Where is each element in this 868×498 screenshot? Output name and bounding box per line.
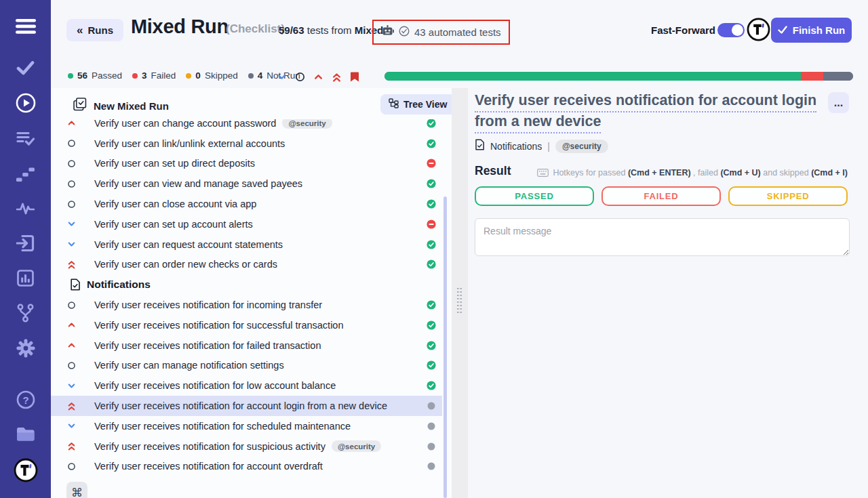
result-message-input[interactable] xyxy=(475,218,850,256)
priority-normal-icon xyxy=(67,301,76,310)
test-item-row[interactable]: Verify user receives notification for ac… xyxy=(51,457,442,477)
testomat-logo-icon[interactable] xyxy=(0,458,51,482)
test-detail-meta: Notifications | @security xyxy=(475,139,608,153)
priority-low-icon xyxy=(67,381,76,390)
passed-dot-icon xyxy=(68,73,73,79)
test-item-row[interactable]: Verify user can order new checks or card… xyxy=(51,255,442,275)
status-failed-icon xyxy=(427,159,436,168)
test-item-row[interactable]: Verify user receives notification for su… xyxy=(51,436,442,457)
passed-stat: 56Passed xyxy=(68,70,122,81)
test-item-row[interactable]: Verify user receives notification for fa… xyxy=(51,335,442,356)
test-title: Verify user receives notification for sc… xyxy=(94,421,351,432)
priority-critical-icon xyxy=(67,260,76,269)
progress-passed-segment xyxy=(384,72,801,81)
test-item-row[interactable]: Verify user can manage notification sett… xyxy=(51,356,442,376)
test-title: Verify user can set up direct deposits xyxy=(94,158,255,169)
app-window: ? « Runs Mixed Run (Checklist) 59/63 tes… xyxy=(0,0,868,498)
priority-high-icon xyxy=(67,320,76,329)
priority-low-filter-icon[interactable] xyxy=(277,72,287,82)
settings-gear-icon[interactable] xyxy=(0,339,51,358)
tag-badge[interactable]: @security xyxy=(555,140,608,153)
test-item-row[interactable]: Verify user receives notification for sc… xyxy=(51,416,442,436)
document-icon xyxy=(475,139,485,153)
back-to-runs-button[interactable]: « Runs xyxy=(66,19,123,41)
check-icon[interactable] xyxy=(0,60,51,75)
test-item-row[interactable]: Verify user can set up account alerts xyxy=(51,214,442,234)
status-passed-icon xyxy=(427,320,436,330)
suite-section-row[interactable]: Notifications xyxy=(51,274,442,295)
test-item-row[interactable]: Verify user can set up direct deposits xyxy=(51,154,442,174)
test-title: Verify user receives notification for su… xyxy=(94,320,344,331)
test-item-row[interactable]: Verify user can view and manage saved pa… xyxy=(51,173,442,194)
test-title: Verify user can order new checks or card… xyxy=(94,259,277,270)
failed-stat: 3Failed xyxy=(132,70,176,81)
priority-high-filter-icon[interactable] xyxy=(313,72,323,82)
test-item-row[interactable]: Verify user can link/unlink external acc… xyxy=(51,133,442,154)
automated-tests-badge-annotation[interactable]: 43 automated tests xyxy=(372,20,510,45)
run-type-label: (Checklist) xyxy=(226,22,285,36)
test-item-row[interactable]: Verify user receives notification for lo… xyxy=(51,375,442,396)
finish-run-button[interactable]: Finish Run xyxy=(771,18,852,43)
test-title: Verify user can manage notification sett… xyxy=(94,360,284,371)
test-item-row[interactable]: Verify user can change account password@… xyxy=(51,119,442,133)
help-icon[interactable]: ? xyxy=(0,390,51,409)
finish-run-label: Finish Run xyxy=(793,24,846,36)
skipped-stat: 0Skipped xyxy=(186,70,237,81)
runs-button-label: Runs xyxy=(87,24,113,36)
document-icon xyxy=(70,278,81,291)
test-title: Verify user can view and manage saved pa… xyxy=(94,178,302,189)
branch-icon[interactable] xyxy=(0,304,51,323)
test-title: Verify user receives notification for ac… xyxy=(94,400,387,411)
testomat-logo-icon[interactable] xyxy=(747,18,770,44)
test-list: Verify user can change account password@… xyxy=(51,119,444,498)
passed-button[interactable]: PASSED xyxy=(475,186,594,206)
panel-resize-divider[interactable] xyxy=(452,88,468,498)
tests-ratio: 59/63 xyxy=(279,24,304,36)
test-title: Verify user can change account password xyxy=(94,119,276,129)
menu-icon[interactable] xyxy=(0,19,51,34)
steps-icon[interactable] xyxy=(0,167,51,182)
fast-forward-label: Fast-Forward xyxy=(651,24,715,36)
status-passed-icon xyxy=(427,300,436,310)
import-icon[interactable] xyxy=(0,234,51,252)
separator: | xyxy=(547,141,550,152)
priority-normal-icon xyxy=(67,180,76,188)
test-title: Verify user can set up account alerts xyxy=(94,219,253,230)
suite-breadcrumb[interactable]: Notifications xyxy=(490,141,542,152)
tag-badge: @security xyxy=(282,119,332,129)
bookmark-filter-icon[interactable] xyxy=(350,71,359,83)
test-detail-title: Verify user receives notification for ac… xyxy=(475,90,825,132)
status-passed-icon xyxy=(427,119,436,128)
priority-critical-filter-icon[interactable] xyxy=(332,72,342,82)
list-scrollbar[interactable] xyxy=(443,196,447,498)
fast-forward-toggle[interactable] xyxy=(717,23,745,37)
progress-failed-segment xyxy=(801,72,823,81)
priority-low-icon xyxy=(67,421,76,430)
test-item-row[interactable]: Verify user receives notification for su… xyxy=(51,315,442,335)
run-title: Mixed Run xyxy=(131,16,229,38)
suite-title: Notifications xyxy=(87,278,151,291)
list-check-icon[interactable] xyxy=(0,131,51,146)
play-circle-icon[interactable] xyxy=(0,93,51,113)
test-title: Verify user receives notification for in… xyxy=(94,299,322,310)
status-passed-icon xyxy=(427,341,436,350)
status-passed-icon xyxy=(427,260,436,269)
failed-button[interactable]: FAILED xyxy=(601,186,721,206)
more-options-button[interactable]: ... xyxy=(828,92,849,113)
skipped-button[interactable]: SKIPPED xyxy=(728,186,848,206)
tree-view-label: Tree View xyxy=(403,99,447,110)
priority-normal-icon xyxy=(67,159,76,168)
test-item-row[interactable]: Verify user can close account via app xyxy=(51,194,442,214)
report-icon[interactable] xyxy=(0,270,51,287)
priority-normal-icon xyxy=(67,139,76,148)
projects-folder-icon[interactable] xyxy=(0,426,51,442)
test-title: Verify user receives notification for fa… xyxy=(94,340,321,351)
priority-normal-filter-icon[interactable] xyxy=(295,72,305,82)
tree-view-button[interactable]: Tree View xyxy=(380,94,455,115)
test-item-row[interactable]: Verify user receives notification for in… xyxy=(51,295,442,315)
test-item-row[interactable]: Verify user can request account statemen… xyxy=(51,234,442,255)
command-hotkeys-button[interactable]: ⌘ xyxy=(66,482,87,498)
status-passed-icon xyxy=(427,139,436,148)
test-item-row[interactable]: Verify user receives notification for ac… xyxy=(51,396,442,416)
activity-icon[interactable] xyxy=(0,202,51,215)
